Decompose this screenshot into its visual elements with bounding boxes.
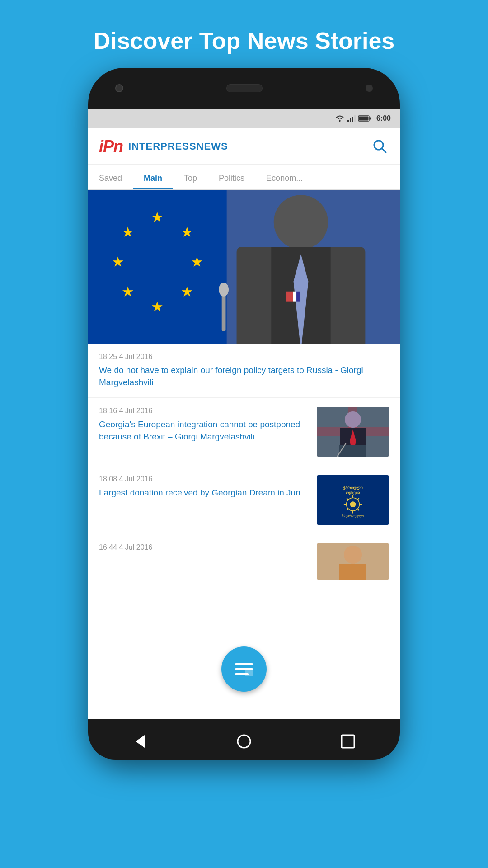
svg-text:ქართული: ქართული (343, 486, 363, 491)
phone-screen: 6:00 iPn INTERPRESSNEWS (88, 108, 400, 719)
svg-text:★: ★ (122, 284, 134, 299)
home-button[interactable] (230, 728, 258, 755)
svg-text:★: ★ (151, 209, 164, 225)
svg-point-59 (238, 735, 250, 748)
svg-rect-1 (347, 120, 349, 122)
svg-text:★: ★ (181, 224, 193, 240)
svg-point-0 (339, 120, 340, 122)
svg-point-41 (350, 501, 356, 507)
tab-main[interactable]: Main (133, 174, 173, 189)
news-item-4[interactable]: 16:44 4 Jul 2016 (88, 534, 400, 589)
svg-point-32 (345, 411, 361, 428)
svg-text:ოცნება: ოცნება (346, 491, 360, 495)
news-item-4-content: 16:44 4 Jul 2016 (99, 543, 309, 580)
signal-icon (347, 115, 356, 122)
news-item-1[interactable]: 18:25 4 Jul 2016 We do not have to expla… (88, 344, 400, 398)
svg-rect-3 (352, 117, 353, 122)
svg-rect-24 (222, 292, 226, 331)
news-thumb-2 (317, 407, 389, 457)
svg-point-25 (219, 283, 229, 297)
news-thumb-3: ქართული ოცნება (317, 475, 389, 525)
news-item-2-content: 18:16 4 Jul 2016 Georgia's European inte… (99, 407, 309, 457)
svg-rect-4 (354, 115, 356, 122)
news-title-3: Largest donation received by Georgian Dr… (99, 487, 309, 499)
news-item-2[interactable]: 18:16 4 Jul 2016 Georgia's European inte… (88, 398, 400, 466)
news-list: 18:25 4 Jul 2016 We do not have to expla… (88, 344, 400, 589)
svg-rect-54 (235, 663, 253, 665)
svg-point-20 (274, 195, 328, 249)
phone-sensor (366, 85, 373, 92)
georgian-emblem: ქართული ოცნება (335, 482, 371, 518)
wifi-icon (335, 115, 345, 122)
news-item-3-content: 18:08 4 Jul 2016 Largest donation receiv… (99, 475, 309, 525)
svg-rect-2 (350, 118, 351, 122)
app-header: iPn INTERPRESSNEWS (88, 128, 400, 165)
battery-icon (358, 115, 371, 122)
recent-button[interactable] (334, 728, 361, 755)
svg-text:★: ★ (122, 224, 134, 240)
fab-button[interactable] (221, 646, 267, 692)
svg-rect-6 (369, 118, 371, 120)
svg-rect-26 (286, 292, 293, 302)
svg-text:საქართველო: საქართველო (342, 514, 364, 518)
news-thumb-4 (317, 543, 389, 580)
svg-rect-60 (342, 735, 354, 748)
svg-point-52 (344, 546, 362, 564)
svg-text:★: ★ (181, 284, 193, 299)
news-timestamp-2: 18:16 4 Jul 2016 (99, 407, 309, 415)
app-logo: iPn INTERPRESSNEWS (99, 137, 228, 156)
phone-top-bar (88, 68, 400, 108)
news-timestamp-3: 18:08 4 Jul 2016 (99, 475, 309, 483)
logo-name: INTERPRESSNEWS (128, 141, 228, 152)
news-item-3[interactable]: 18:08 4 Jul 2016 Largest donation receiv… (88, 466, 400, 534)
svg-marker-58 (136, 735, 145, 748)
phone-frame: 6:00 iPn INTERPRESSNEWS (88, 68, 400, 760)
bottom-nav (88, 723, 400, 760)
news-title-1: We do not have to explain our foreign po… (99, 364, 389, 388)
svg-rect-57 (245, 670, 253, 676)
nav-tabs: Saved Main Top Politics Econom... (88, 165, 400, 190)
logo-ipn: iPn (99, 137, 123, 156)
back-button[interactable] (127, 728, 154, 755)
news-timestamp-1: 18:25 4 Jul 2016 (99, 353, 389, 361)
svg-rect-27 (293, 292, 296, 302)
hero-image[interactable]: ★ ★ ★ ★ ★ ★ ★ ★ (88, 190, 400, 344)
status-time: 6:00 (376, 114, 391, 123)
status-bar: 6:00 (88, 108, 400, 128)
svg-rect-7 (359, 117, 368, 121)
search-button[interactable] (371, 137, 389, 156)
page-headline: Discover Top News Stories (0, 0, 488, 68)
svg-rect-28 (296, 292, 300, 302)
tab-economy[interactable]: Econom... (255, 174, 314, 189)
svg-text:★: ★ (112, 254, 124, 269)
svg-text:★: ★ (191, 254, 203, 269)
tab-saved[interactable]: Saved (88, 174, 133, 189)
tab-politics[interactable]: Politics (208, 174, 255, 189)
svg-line-9 (382, 148, 386, 152)
phone-speaker (226, 84, 263, 92)
news-title-2: Georgia's European integration cannot be… (99, 419, 309, 443)
tab-top[interactable]: Top (173, 174, 208, 189)
svg-text:★: ★ (151, 299, 164, 314)
phone-camera (115, 84, 123, 92)
app-content: iPn INTERPRESSNEWS Saved Main (88, 128, 400, 719)
svg-rect-53 (339, 564, 366, 580)
news-timestamp-4: 16:44 4 Jul 2016 (99, 543, 309, 552)
